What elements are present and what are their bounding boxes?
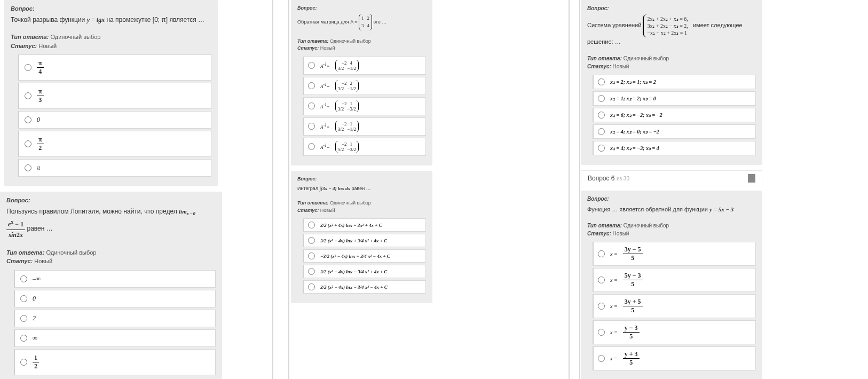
radio[interactable] bbox=[308, 237, 315, 244]
answer-option[interactable]: π3 bbox=[18, 83, 211, 109]
radio[interactable] bbox=[598, 277, 605, 283]
radio[interactable] bbox=[20, 275, 27, 282]
radio[interactable] bbox=[20, 295, 27, 302]
nav-sub: из 30 bbox=[617, 176, 629, 181]
question-card: Вопрос: Пользуясь правилом Лопиталя, мож… bbox=[0, 192, 222, 379]
answer-option[interactable]: 0 bbox=[14, 290, 216, 307]
answer-option[interactable]: x₁ = 1; x₂ = 2; x₃ = 0 bbox=[593, 91, 756, 106]
answer-option[interactable]: x₁ = 6; x₂ = −2; x₃ = −2 bbox=[593, 108, 756, 122]
answer-option[interactable]: 3/2 (x² + 4x) lnx − 3x² + 4x + C bbox=[303, 218, 426, 232]
radio[interactable] bbox=[25, 140, 31, 147]
answer-option[interactable]: x = y + 35 bbox=[593, 346, 756, 370]
question-text: Интеграл ∫(3x − 4) lnx dx равен … bbox=[297, 185, 426, 192]
radio[interactable] bbox=[598, 112, 605, 119]
answer-option[interactable]: ∞ bbox=[14, 329, 216, 347]
answer-option[interactable]: A-1=−223/2−1/2 bbox=[303, 77, 426, 95]
radio[interactable] bbox=[308, 283, 315, 290]
answer-option[interactable]: x = 3y − 55 bbox=[593, 242, 756, 266]
question-text: Точкой разрыва функции y = tgx на промеж… bbox=[11, 15, 211, 25]
meta-line: Тип ответа: Одиночный выбор Статус: Новы… bbox=[11, 33, 211, 50]
answer-option[interactable]: 3/2 (x² − 4x) lnx − 3/4 x² + 4x + C bbox=[303, 265, 426, 278]
flag-icon[interactable] bbox=[748, 174, 755, 183]
answer-option[interactable]: 0 bbox=[18, 111, 211, 129]
answer-option[interactable]: 2 bbox=[14, 310, 216, 327]
radio[interactable] bbox=[308, 82, 315, 89]
answer-option[interactable]: π2 bbox=[18, 131, 211, 157]
radio[interactable] bbox=[308, 62, 315, 69]
radio[interactable] bbox=[598, 78, 605, 85]
formula: y = tgx bbox=[87, 16, 105, 23]
radio[interactable] bbox=[25, 92, 31, 99]
answer-option[interactable]: x = 3y + 55 bbox=[593, 294, 756, 318]
radio[interactable] bbox=[598, 355, 605, 362]
question-card: Вопрос: Функция … является обратной для … bbox=[581, 191, 762, 379]
radio[interactable] bbox=[308, 123, 315, 130]
question-label: Вопрос: bbox=[587, 5, 756, 11]
radio[interactable] bbox=[20, 335, 27, 342]
answer-option[interactable]: A-1=−243/2−1/2 bbox=[303, 57, 426, 75]
question-card: Вопрос: Обратная матрица для A = 1234 эт… bbox=[291, 0, 432, 165]
question-label: Вопрос: bbox=[6, 197, 216, 203]
question-label: Вопрос: bbox=[11, 5, 211, 12]
question-text: Функция … является обратной для функции … bbox=[587, 205, 756, 215]
nav-label: Вопрос 6 bbox=[588, 175, 615, 182]
question-card: Вопрос: Система уравнений 2x₁ + 2x₂ + x₃… bbox=[581, 0, 762, 165]
radio[interactable] bbox=[598, 250, 605, 257]
answer-option[interactable]: x₁ = 4; x₂ = −3; x₃ = 4 bbox=[593, 141, 756, 155]
question-label: Вопрос: bbox=[297, 5, 426, 11]
meta-line: Тип ответа: Одиночный выбор Статус: Новы… bbox=[297, 38, 426, 52]
answer-option[interactable]: A-1=−215/2−3/2 bbox=[303, 138, 426, 156]
equation-system: 2x₁ + 2x₂ + x₃ = 6, 3x₁ + 2x₂ − x₃ = 2, … bbox=[643, 14, 691, 37]
answer-option[interactable]: x₁ = 4; x₂ = 0; x₃ = −2 bbox=[593, 124, 756, 139]
answer-option[interactable]: 3/2 (x² − 4x) lnx + 3/4 x² + 4x + C bbox=[303, 234, 426, 247]
answer-option[interactable]: π bbox=[18, 159, 211, 177]
answer-option[interactable]: x = y − 35 bbox=[593, 320, 756, 344]
radio[interactable] bbox=[308, 143, 315, 150]
formula: ∫(3x − 4) lnx dx bbox=[320, 186, 350, 191]
radio[interactable] bbox=[598, 145, 605, 152]
meta-line: Тип ответа: Одиночный выбор Статус: Новы… bbox=[587, 54, 756, 70]
radio[interactable] bbox=[25, 116, 31, 123]
answer-option[interactable]: x₁ = 2; x₂ = 1; x₃ = 2 bbox=[593, 75, 756, 89]
radio[interactable] bbox=[308, 268, 315, 275]
radio[interactable] bbox=[20, 359, 27, 366]
question-text: Обратная матрица для A = 1234 это … bbox=[297, 14, 426, 30]
answer-option[interactable]: −3/2 (x² − 4x) lnx + 3/4 x² − 4x + C bbox=[303, 249, 426, 263]
question-nav: Вопрос 6 из 30 bbox=[581, 170, 762, 186]
radio[interactable] bbox=[308, 252, 315, 259]
answer-option[interactable]: 3/2 (x² − 4x) lnx − 3/4 x² − 4x + C bbox=[303, 280, 426, 294]
answer-option[interactable]: –∞ bbox=[14, 270, 216, 288]
radio[interactable] bbox=[598, 128, 605, 135]
radio[interactable] bbox=[598, 303, 605, 310]
radio[interactable] bbox=[308, 222, 315, 228]
meta-line: Тип ответа: Одиночный выбор Статус: Новы… bbox=[587, 222, 756, 238]
answer-option[interactable]: A-1=−213/2−3/2 bbox=[303, 97, 426, 115]
radio[interactable] bbox=[598, 95, 605, 102]
question-text: Система уравнений 2x₁ + 2x₂ + x₃ = 6, 3x… bbox=[587, 14, 756, 47]
answer-option[interactable]: x = 5y − 35 bbox=[593, 268, 756, 292]
answer-option[interactable]: π4 bbox=[18, 54, 211, 81]
radio[interactable] bbox=[25, 164, 31, 171]
answer-option[interactable]: A-1=−213/2−1/2 bbox=[303, 117, 426, 136]
formula: y = 5x − 3 bbox=[709, 206, 733, 212]
question-card: Вопрос: Точкой разрыва функции y = tgx н… bbox=[4, 0, 218, 186]
meta-line: Тип ответа: Одиночный выбор Статус: Новы… bbox=[6, 248, 216, 266]
question-text: Пользуясь правилом Лопиталя, можно найти… bbox=[6, 207, 216, 240]
radio[interactable] bbox=[308, 102, 315, 109]
answer-option[interactable]: 12 bbox=[14, 349, 216, 375]
meta-line: Тип ответа: Одиночный выбор Статус: Новы… bbox=[297, 200, 426, 214]
question-card: Вопрос: Интеграл ∫(3x − 4) lnx dx равен … bbox=[291, 171, 432, 303]
question-label: Вопрос: bbox=[587, 196, 756, 202]
radio[interactable] bbox=[20, 315, 27, 322]
radio[interactable] bbox=[598, 329, 605, 336]
question-label: Вопрос: bbox=[297, 176, 426, 181]
radio[interactable] bbox=[25, 64, 31, 71]
